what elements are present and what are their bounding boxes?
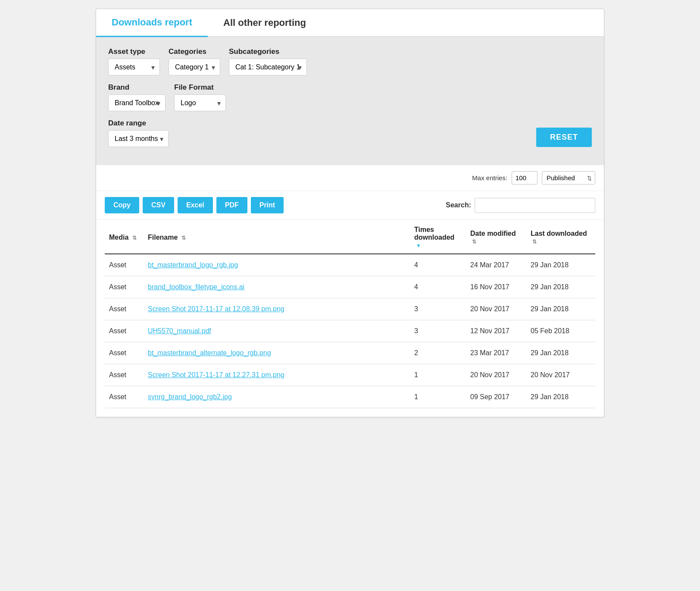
col-header-media[interactable]: Media ⇅ <box>105 220 144 254</box>
controls-row: Max entries: Published Unpublished All <box>96 165 604 191</box>
date-range-select[interactable]: Last 3 months Last 6 months Last 12 mont… <box>108 130 169 147</box>
categories-select-wrapper: Category 1 Category 2 Category 3 <box>169 59 220 75</box>
table-row: Asset bt_masterbrand_logo_rgb.jpg 4 24 M… <box>105 254 595 276</box>
asset-type-select-wrapper: Assets Collections Lightboxes <box>108 59 160 75</box>
pdf-button[interactable]: PDF <box>216 197 247 213</box>
sort-icon-media: ⇅ <box>132 235 137 241</box>
excel-button[interactable]: Excel <box>178 197 213 213</box>
filter-row-1: Asset type Assets Collections Lightboxes… <box>108 47 592 75</box>
cell-downloads-6: 1 <box>410 386 466 408</box>
max-entries-label: Max entries: <box>472 174 507 181</box>
filter-row-2: Brand Brand Toolbox Brand 2 File Format … <box>108 83 592 111</box>
cell-lastdownloaded-2: 29 Jan 2018 <box>526 298 595 320</box>
cell-downloads-4: 2 <box>410 342 466 364</box>
cell-filename-5: Screen Shot 2017-11-17 at 12.27.31 pm.pn… <box>144 364 410 386</box>
brand-select[interactable]: Brand Toolbox Brand 2 <box>108 94 166 111</box>
copy-button[interactable]: Copy <box>105 197 139 213</box>
file-format-label: File Format <box>174 83 226 92</box>
cell-lastdownloaded-5: 20 Nov 2017 <box>526 364 595 386</box>
table-row: Asset bt_masterbrand_alternate_logo_rgb.… <box>105 342 595 364</box>
filter-row-3: Date range Last 3 months Last 6 months L… <box>108 119 592 147</box>
table-row: Asset Screen Shot 2017-11-17 at 12.08.39… <box>105 298 595 320</box>
cell-modified-0: 24 Mar 2017 <box>466 254 526 276</box>
filters-section: Asset type Assets Collections Lightboxes… <box>96 37 604 165</box>
cell-filename-2: Screen Shot 2017-11-17 at 12.08.39 pm.pn… <box>144 298 410 320</box>
cell-lastdownloaded-3: 05 Feb 2018 <box>526 320 595 342</box>
cell-media-1: Asset <box>105 276 144 298</box>
cell-modified-1: 16 Nov 2017 <box>466 276 526 298</box>
asset-type-label: Asset type <box>108 47 160 56</box>
cell-downloads-5: 1 <box>410 364 466 386</box>
brand-group: Brand Brand Toolbox Brand 2 <box>108 83 166 111</box>
filename-link-2[interactable]: Screen Shot 2017-11-17 at 12.08.39 pm.pn… <box>148 305 284 313</box>
col-header-lastdownloaded[interactable]: Last downloaded ⇅ <box>526 220 595 254</box>
cell-media-5: Asset <box>105 364 144 386</box>
print-button[interactable]: Print <box>251 197 284 213</box>
categories-select[interactable]: Category 1 Category 2 Category 3 <box>169 59 220 75</box>
date-range-group: Date range Last 3 months Last 6 months L… <box>108 119 169 147</box>
downloads-table: Media ⇅ Filename ⇅ Times downloaded ▼ Da… <box>105 220 595 408</box>
cell-filename-1: brand_toolbox_filetype_icons.ai <box>144 276 410 298</box>
cell-modified-3: 12 Nov 2017 <box>466 320 526 342</box>
search-input[interactable] <box>475 198 595 213</box>
asset-type-group: Asset type Assets Collections Lightboxes <box>108 47 160 75</box>
csv-button[interactable]: CSV <box>143 197 174 213</box>
subcategories-select[interactable]: Cat 1: Subcategory 1 Cat 1: Subcategory … <box>229 59 307 75</box>
date-range-select-wrapper: Last 3 months Last 6 months Last 12 mont… <box>108 130 169 147</box>
brand-label: Brand <box>108 83 166 92</box>
file-format-select[interactable]: Logo PDF PNG JPG <box>174 94 226 111</box>
table-row: Asset synrg_brand_logo_rgb2.jpg 1 09 Sep… <box>105 386 595 408</box>
col-header-downloads[interactable]: Times downloaded ▼ <box>410 220 466 254</box>
cell-lastdownloaded-0: 29 Jan 2018 <box>526 254 595 276</box>
table-container: Media ⇅ Filename ⇅ Times downloaded ▼ Da… <box>96 220 604 417</box>
tab-downloads[interactable]: Downloads report <box>96 9 208 37</box>
brand-select-wrapper: Brand Toolbox Brand 2 <box>108 94 166 111</box>
col-header-modified[interactable]: Date modified ⇅ <box>466 220 526 254</box>
filename-link-4[interactable]: bt_masterbrand_alternate_logo_rgb.png <box>148 349 271 356</box>
subcategories-group: Subcategories Cat 1: Subcategory 1 Cat 1… <box>229 47 307 75</box>
cell-downloads-3: 3 <box>410 320 466 342</box>
filename-link-0[interactable]: bt_masterbrand_logo_rgb.jpg <box>148 261 238 269</box>
table-header-row: Media ⇅ Filename ⇅ Times downloaded ▼ Da… <box>105 220 595 254</box>
cell-media-0: Asset <box>105 254 144 276</box>
sort-icon-lastdownloaded: ⇅ <box>532 239 537 245</box>
cell-media-4: Asset <box>105 342 144 364</box>
tab-other-reporting[interactable]: All other reporting <box>208 9 322 36</box>
sort-icon-filename: ⇅ <box>181 235 186 241</box>
asset-type-select[interactable]: Assets Collections Lightboxes <box>108 59 160 75</box>
table-row: Asset UH5570_manual.pdf 3 12 Nov 2017 05… <box>105 320 595 342</box>
table-row: Asset Screen Shot 2017-11-17 at 12.27.31… <box>105 364 595 386</box>
filename-link-6[interactable]: synrg_brand_logo_rgb2.jpg <box>148 393 232 400</box>
cell-lastdownloaded-6: 29 Jan 2018 <box>526 386 595 408</box>
filename-link-3[interactable]: UH5570_manual.pdf <box>148 327 211 335</box>
filename-link-5[interactable]: Screen Shot 2017-11-17 at 12.27.31 pm.pn… <box>148 371 284 378</box>
date-range-label: Date range <box>108 119 169 128</box>
published-select[interactable]: Published Unpublished All <box>542 171 595 184</box>
cell-filename-6: synrg_brand_logo_rgb2.jpg <box>144 386 410 408</box>
cell-lastdownloaded-4: 29 Jan 2018 <box>526 342 595 364</box>
col-header-filename[interactable]: Filename ⇅ <box>144 220 410 254</box>
cell-media-3: Asset <box>105 320 144 342</box>
cell-media-6: Asset <box>105 386 144 408</box>
cell-filename-0: bt_masterbrand_logo_rgb.jpg <box>144 254 410 276</box>
reset-button[interactable]: RESET <box>536 128 592 147</box>
cell-modified-4: 23 Mar 2017 <box>466 342 526 364</box>
table-row: Asset brand_toolbox_filetype_icons.ai 4 … <box>105 276 595 298</box>
categories-label: Categories <box>169 47 220 56</box>
cell-modified-2: 20 Nov 2017 <box>466 298 526 320</box>
cell-filename-3: UH5570_manual.pdf <box>144 320 410 342</box>
published-select-wrapper: Published Unpublished All <box>542 171 595 184</box>
main-card: Downloads report All other reporting Ass… <box>96 9 604 417</box>
action-bar: Copy CSV Excel PDF Print Search: <box>96 191 604 220</box>
cell-downloads-1: 4 <box>410 276 466 298</box>
max-entries-input[interactable] <box>512 171 538 184</box>
sort-icon-downloads: ▼ <box>416 243 421 249</box>
cell-filename-4: bt_masterbrand_alternate_logo_rgb.png <box>144 342 410 364</box>
cell-lastdownloaded-1: 29 Jan 2018 <box>526 276 595 298</box>
table-body: Asset bt_masterbrand_logo_rgb.jpg 4 24 M… <box>105 254 595 408</box>
cell-media-2: Asset <box>105 298 144 320</box>
cell-modified-6: 09 Sep 2017 <box>466 386 526 408</box>
sort-icon-modified: ⇅ <box>472 239 476 245</box>
cell-modified-5: 20 Nov 2017 <box>466 364 526 386</box>
filename-link-1[interactable]: brand_toolbox_filetype_icons.ai <box>148 283 244 291</box>
